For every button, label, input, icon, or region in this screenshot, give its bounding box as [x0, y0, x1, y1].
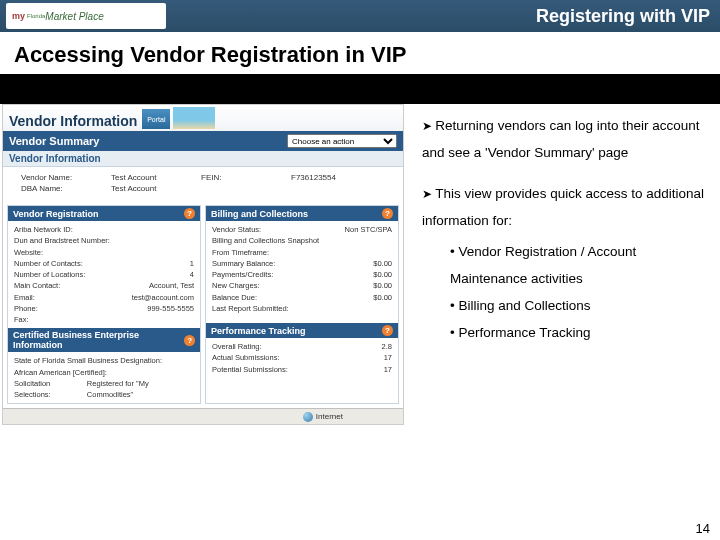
bill-r2l: Billing and Collections Snapshot [212, 235, 319, 246]
sub-bullet-1: Vendor Registration / Account Maintenanc… [450, 238, 710, 292]
page-number: 14 [696, 521, 710, 536]
vendor-summary-header: Vendor Summary Choose an action [3, 131, 403, 151]
val-fein: F736123554 [291, 173, 381, 182]
cbe-title: Certified Business Enterprise Informatio… [13, 330, 184, 350]
reg-r4v: 1 [190, 258, 194, 269]
bill-r8l: Last Report Submitted: [212, 303, 289, 314]
cbe-r3l: Solicitation Selections: [14, 378, 87, 401]
bill-r3l: From Timeframe: [212, 247, 269, 258]
black-bar [0, 74, 720, 104]
reg-r7v: test@account.com [132, 292, 194, 303]
status-text: Internet [316, 412, 343, 421]
internet-icon [303, 412, 313, 422]
bill-r4l: Summary Balance: [212, 258, 275, 269]
help-icon[interactable]: ? [382, 325, 393, 336]
perf-r2l: Actual Submissions: [212, 352, 280, 363]
top-bar: my Florida Market Place Registering with… [0, 0, 720, 32]
bill-r6v: $0.00 [373, 280, 392, 291]
sub-bullet-3: Performance Tracking [450, 319, 710, 346]
action-dropdown[interactable]: Choose an action [287, 134, 397, 148]
card-reg-title: Vendor Registration [13, 209, 99, 219]
card-bill-title: Billing and Collections [211, 209, 308, 219]
vip-header: Vendor Information Portal [3, 105, 403, 131]
bullet-panel: Returning vendors can log into their acc… [404, 104, 720, 425]
top-title: Registering with VIP [536, 6, 710, 27]
logo: my Florida Market Place [6, 3, 166, 29]
vendor-info-block: Vendor Name:Test AccountFEIN:F736123554 … [3, 167, 403, 201]
vip-title-badge: Portal [142, 109, 170, 129]
bill-r1v: Non STC/SPA [345, 224, 392, 235]
card-billing: Billing and Collections? Vendor Status:N… [205, 205, 399, 404]
perf-r3l: Potential Submissions: [212, 364, 288, 375]
bill-r4v: $0.00 [373, 258, 392, 269]
reg-r4l: Number of Contacts: [14, 258, 83, 269]
bill-r5l: Payments/Credits: [212, 269, 273, 280]
vendor-summary-label: Vendor Summary [9, 135, 99, 147]
help-icon[interactable]: ? [184, 208, 195, 219]
reg-r2l: Dun and Bradstreet Number: [14, 235, 110, 246]
perf-r1v: 2.8 [382, 341, 392, 352]
cbe-r1: State of Florida Small Business Designat… [14, 355, 162, 366]
help-icon[interactable]: ? [382, 208, 393, 219]
lbl-vendor-name: Vendor Name: [21, 173, 111, 182]
bullet-1: Returning vendors can log into their acc… [422, 112, 710, 166]
reg-r1l: Ariba Network ID: [14, 224, 73, 235]
content-row: Vendor Information Portal Vendor Summary… [0, 104, 720, 425]
perf-r2v: 17 [384, 352, 392, 363]
lbl-dba: DBA Name: [21, 184, 111, 193]
sub-bullet-2: Billing and Collections [450, 292, 710, 319]
reg-r9l: Fax: [14, 314, 29, 325]
screenshot-panel: Vendor Information Portal Vendor Summary… [2, 104, 404, 425]
cbe-r2: African American [Certified]: [14, 367, 107, 378]
perf-r3v: 17 [384, 364, 392, 375]
lbl-fein: FEIN: [201, 173, 291, 182]
status-bar: Internet [3, 408, 403, 424]
bill-r7l: Balance Due: [212, 292, 257, 303]
bill-r7v: $0.00 [373, 292, 392, 303]
card-perf-title: Performance Tracking [211, 326, 306, 336]
logo-state: Florida [27, 13, 45, 19]
cbe-r3v: Registered for "My Commodities" [87, 378, 194, 401]
reg-r6l: Main Contact: [14, 280, 60, 291]
bill-r5v: $0.00 [373, 269, 392, 280]
perf-r1l: Overall Rating: [212, 341, 262, 352]
bullet-2: This view provides quick access to addit… [422, 180, 710, 234]
vip-title-big: Vendor Information [9, 113, 137, 129]
logo-prefix: my [12, 11, 25, 21]
reg-r7l: Email: [14, 292, 35, 303]
reg-r5v: 4 [190, 269, 194, 280]
vendor-info-header: Vendor Information [3, 151, 403, 167]
reg-r3l: Website: [14, 247, 43, 258]
reg-r8l: Phone: [14, 303, 38, 314]
reg-r6v: Account, Test [149, 280, 194, 291]
reg-r5l: Number of Locations: [14, 269, 85, 280]
card-registration: Vendor Registration? Ariba Network ID: D… [7, 205, 201, 404]
val-dba: Test Account [111, 184, 201, 193]
help-icon[interactable]: ? [184, 335, 195, 346]
val-vendor-name: Test Account [111, 173, 201, 182]
bill-r6l: New Charges: [212, 280, 260, 291]
reg-r8v: 999-555-5555 [147, 303, 194, 314]
palm-image [173, 107, 215, 129]
logo-suffix: Market Place [45, 11, 103, 22]
page-heading: Accessing Vendor Registration in VIP [0, 32, 720, 74]
bill-r1l: Vendor Status: [212, 224, 261, 235]
